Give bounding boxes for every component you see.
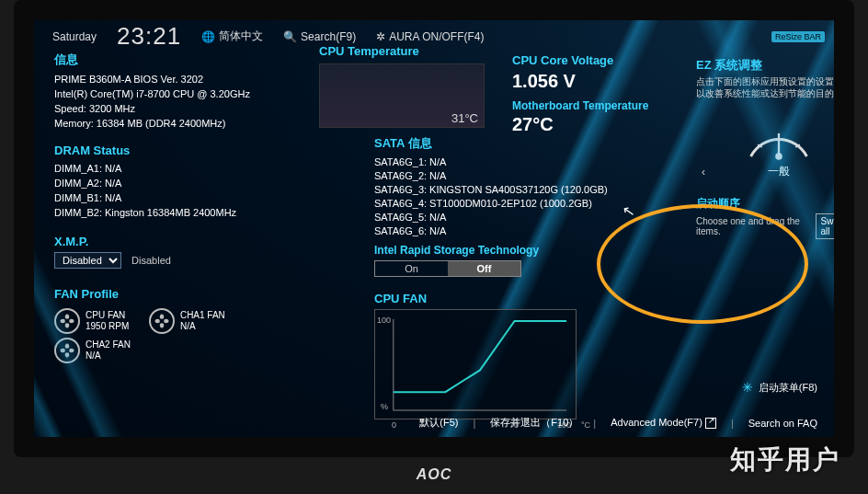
clock-time: 23:21 (117, 22, 181, 51)
resize-bar-badge[interactable]: ReSize BAR (771, 31, 825, 42)
gauge-icon (744, 116, 814, 162)
burst-icon: ✳ (742, 380, 753, 395)
voltage-value: 1.056 V (512, 71, 691, 92)
day-label: Saturday (52, 30, 97, 43)
irst-title: Intel Rapid Storage Technology (374, 244, 549, 257)
sysinfo-title: 信息 (54, 52, 284, 68)
aura-label: AURA ON/OFF(F4) (389, 30, 484, 43)
aura-icon: ✲ (376, 30, 385, 43)
save-exit-button[interactable]: 保存并退出（F10） (490, 416, 578, 430)
svg-point-3 (775, 153, 782, 160)
cha1-fan-label: CHA1 FAN (180, 310, 225, 321)
irst-toggle[interactable]: On Off (374, 260, 521, 277)
ez-desc: 点击下面的图标应用预设置的设置文件，以改善系统性能或达到节能的目的 (696, 75, 854, 99)
voltage-title: CPU Core Voltage (512, 53, 691, 67)
cpu-fan-label: CPU FAN (86, 310, 129, 321)
fan-icon (149, 308, 175, 334)
language-label: 简体中文 (219, 29, 263, 44)
sata-1: SATA6G_1: N/A (374, 155, 549, 169)
advanced-mode-button[interactable]: Advanced Mode(F7) (611, 417, 716, 429)
dimm-b1: DIMM_B1: N/A (54, 190, 284, 205)
fan-icon (54, 308, 80, 334)
cha1-fan-item[interactable]: CHA1 FANN/A (149, 308, 225, 334)
sata-5: SATA6G_5: N/A (374, 211, 549, 224)
search-faq-button[interactable]: Search on FAQ (748, 418, 817, 429)
mode-next-arrow-icon[interactable]: › (847, 166, 854, 178)
xmp-status: Disabled (131, 255, 171, 266)
cha2-fan-value: N/A (86, 350, 131, 362)
globe-icon: 🌐 (201, 30, 215, 43)
xmp-title: X.M.P. (54, 235, 284, 248)
boot-title: 启动顺序 (696, 196, 854, 212)
popout-icon (705, 418, 716, 429)
cpu-fan-graph-title: CPU FAN (374, 292, 549, 305)
sata-4: SATA6G_4: ST1000DM010-2EP102 (1000.2GB) (374, 197, 549, 211)
speed-info: Speed: 3200 MHz (54, 101, 284, 116)
y-unit: % (381, 402, 388, 411)
footer: 默认(F5) | 保存并退出（F10） | Advanced Mode(F7) … (419, 416, 817, 430)
advanced-mode-label: Advanced Mode(F7) (611, 417, 702, 428)
ez-mode-label: 一般 (768, 164, 790, 179)
irst-on[interactable]: On (375, 261, 448, 276)
ez-title: EZ 系统调整 (696, 57, 854, 74)
dram-title: DRAM Status (54, 144, 284, 157)
sata-title: SATA 信息 (374, 135, 549, 152)
cpu-info: Intel(R) Core(TM) i7-8700 CPU @ 3.20GHz (54, 86, 284, 101)
mode-prev-arrow-icon[interactable]: ‹ (696, 166, 711, 178)
dimm-b2: DIMM_B2: Kingston 16384MB 2400MHz (54, 205, 284, 220)
x-tick-0: 0 (392, 420, 396, 430)
board-info: PRIME B360M-A BIOS Ver. 3202 (54, 72, 284, 86)
cha1-fan-value: N/A (180, 321, 225, 332)
sata-6: SATA6G_6: N/A (374, 224, 549, 238)
ez-mode-selector[interactable]: ‹ 一般 › (696, 164, 854, 179)
mb-temp-value: 27°C (512, 114, 691, 135)
cpu-temp-graph: 31°C (319, 63, 485, 128)
mb-temp-title: Motherboard Temperature (512, 99, 691, 112)
cha2-fan-label: CHA2 FAN (86, 339, 131, 350)
cpu-fan-item[interactable]: CPU FAN1950 RPM (54, 308, 131, 334)
watermark: 知乎用户 (730, 442, 840, 477)
sata-3: SATA6G_3: KINGSTON SA400S37120G (120.0GB… (374, 183, 549, 197)
dimm-a2: DIMM_A2: N/A (54, 176, 284, 190)
cursor-icon: ↖ (621, 201, 635, 221)
aura-toggle[interactable]: ✲ AURA ON/OFF(F4) (376, 30, 484, 43)
boot-menu-label: 启动菜单(F8) (759, 381, 817, 395)
dimm-a1: DIMM_A1: N/A (54, 161, 284, 176)
boot-menu-button[interactable]: ✳ 启动菜单(F8) (742, 380, 817, 395)
cpu-temp-value: 31°C (451, 111, 478, 125)
xmp-select[interactable]: Disabled (54, 252, 121, 269)
boot-hint: Choose one and drag the items. (696, 216, 816, 236)
fan-profile-title: FAN Profile (54, 287, 284, 301)
cpu-fan-value: 1950 RPM (86, 321, 129, 332)
search-icon: 🔍 (283, 30, 297, 43)
search-label: Search(F9) (301, 30, 356, 43)
search-button[interactable]: 🔍 Search(F9) (283, 30, 356, 43)
memory-info: Memory: 16384 MB (DDR4 2400MHz) (54, 116, 284, 131)
default-button[interactable]: 默认(F5) (419, 416, 458, 430)
y-tick-100: 100 (377, 316, 391, 325)
switch-all-button[interactable]: Switch all (816, 213, 854, 239)
fan-icon (54, 338, 80, 363)
sata-2: SATA6G_2: N/A (374, 169, 549, 183)
cha2-fan-item[interactable]: CHA2 FANN/A (54, 338, 131, 363)
language-selector[interactable]: 🌐 简体中文 (201, 29, 263, 44)
monitor-brand: AOC (417, 466, 452, 483)
cpu-fan-graph[interactable]: 100 % 0 70 100 °C (374, 309, 577, 419)
manual-fan-button[interactable]: 手动风扇调整 (402, 438, 479, 457)
irst-off[interactable]: Off (448, 261, 520, 276)
